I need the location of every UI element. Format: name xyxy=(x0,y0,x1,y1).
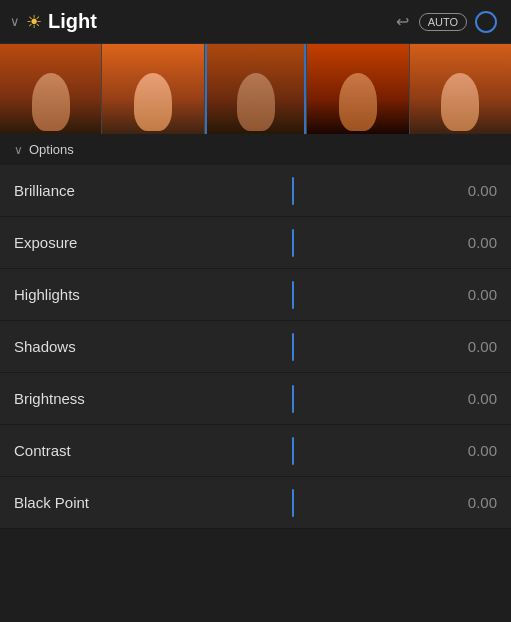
slider-indicator-4 xyxy=(292,385,294,413)
options-label: Options xyxy=(29,142,74,157)
slider-indicator-1 xyxy=(292,229,294,257)
thumbnail-2[interactable] xyxy=(102,44,203,134)
slider-label-1: Exposure xyxy=(14,234,144,251)
slider-track-6[interactable] xyxy=(144,477,442,528)
slider-row-contrast[interactable]: Contrast0.00 xyxy=(0,425,511,477)
panel-title: Light xyxy=(48,10,97,33)
thumbnail-1[interactable] xyxy=(0,44,101,134)
header-controls: ↩ AUTO xyxy=(394,10,497,33)
slider-value-1: 0.00 xyxy=(442,234,497,251)
slider-row-black-point[interactable]: Black Point0.00 xyxy=(0,477,511,529)
slider-track-1[interactable] xyxy=(144,217,442,268)
slider-indicator-3 xyxy=(292,333,294,361)
slider-label-2: Highlights xyxy=(14,286,144,303)
slider-value-3: 0.00 xyxy=(442,338,497,355)
slider-row-highlights[interactable]: Highlights0.00 xyxy=(0,269,511,321)
sliders-container: Brilliance0.00Exposure0.00Highlights0.00… xyxy=(0,165,511,529)
slider-row-brilliance[interactable]: Brilliance0.00 xyxy=(0,165,511,217)
slider-track-4[interactable] xyxy=(144,373,442,424)
slider-label-5: Contrast xyxy=(14,442,144,459)
slider-value-0: 0.00 xyxy=(442,182,497,199)
slider-label-3: Shadows xyxy=(14,338,144,355)
slider-label-6: Black Point xyxy=(14,494,144,511)
slider-label-4: Brightness xyxy=(14,390,144,407)
slider-track-3[interactable] xyxy=(144,321,442,372)
slider-value-2: 0.00 xyxy=(442,286,497,303)
slider-value-6: 0.00 xyxy=(442,494,497,511)
light-panel-header: ∨ ☀ Light ↩ AUTO xyxy=(0,0,511,44)
toggle-circle-button[interactable] xyxy=(475,11,497,33)
collapse-chevron-icon[interactable]: ∨ xyxy=(10,14,20,29)
slider-indicator-5 xyxy=(292,437,294,465)
thumbnail-4[interactable] xyxy=(307,44,408,134)
slider-row-exposure[interactable]: Exposure0.00 xyxy=(0,217,511,269)
light-sun-icon: ☀ xyxy=(26,11,42,33)
thumbnail-3[interactable] xyxy=(205,44,306,134)
thumbnails-strip xyxy=(0,44,511,134)
options-chevron-icon: ∨ xyxy=(14,143,23,157)
slider-indicator-2 xyxy=(292,281,294,309)
slider-row-brightness[interactable]: Brightness0.00 xyxy=(0,373,511,425)
header-left: ∨ ☀ Light xyxy=(10,10,394,33)
slider-indicator-6 xyxy=(292,489,294,517)
slider-indicator-0 xyxy=(292,177,294,205)
slider-label-0: Brilliance xyxy=(14,182,144,199)
slider-track-2[interactable] xyxy=(144,269,442,320)
slider-row-shadows[interactable]: Shadows0.00 xyxy=(0,321,511,373)
auto-button[interactable]: AUTO xyxy=(419,13,467,31)
slider-value-5: 0.00 xyxy=(442,442,497,459)
options-header[interactable]: ∨ Options xyxy=(0,134,511,165)
undo-button[interactable]: ↩ xyxy=(394,10,411,33)
slider-track-5[interactable] xyxy=(144,425,442,476)
slider-track-0[interactable] xyxy=(144,165,442,216)
slider-value-4: 0.00 xyxy=(442,390,497,407)
thumbnail-5[interactable] xyxy=(410,44,511,134)
